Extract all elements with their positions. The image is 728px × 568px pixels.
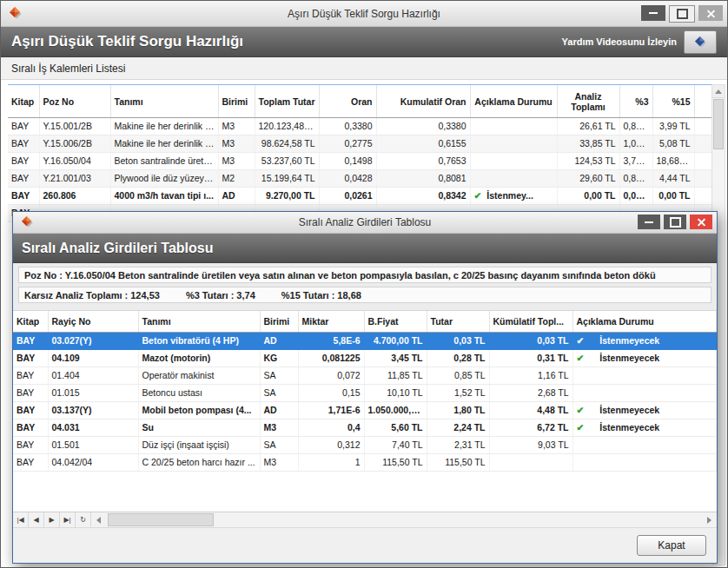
table-row[interactable]: BAY04.109Mazot (motorin)KG0,0812253,45 T… <box>13 350 717 367</box>
nav-next-button[interactable]: ▶ <box>44 512 60 527</box>
dialog-window-controls <box>638 215 712 229</box>
table-row[interactable]: BAYY.15.006/2BMakine ile her derinlik ve… <box>8 135 712 153</box>
help-video-link[interactable]: Yardım Videosunu İzleyin <box>562 36 677 47</box>
table-row[interactable]: BAY04.031SuM30,45,60 TL2,24 TL6,72 TL✔İs… <box>13 419 717 437</box>
cell-aciklama <box>470 118 557 135</box>
cell-bfiyat: 11,85 TL <box>364 367 427 385</box>
nav-refresh-button[interactable]: ↻ <box>76 512 91 527</box>
close-icon <box>697 217 706 227</box>
cell-kumulatif: 0,7653 <box>376 153 470 170</box>
is-kalemleri-table: Kitap Poz No Tanımı Birimi Toplam Tutar … <box>8 85 712 222</box>
col-header-kumulatif-toplam[interactable]: Kümülatif Topl... <box>489 311 572 333</box>
cell-miktar: 1,71E-6 <box>298 402 364 419</box>
section-subtitle-bar: Sıralı İş Kalemleri Listesi <box>1 57 727 80</box>
table-row[interactable]: BAY01.015Betoncu ustasıSA0,1510,10 TL1,5… <box>13 385 717 402</box>
table-row[interactable]: BAY01.404Operatör makinistSA0,07211,85 T… <box>13 367 717 385</box>
cell-tanim: Makine ile her derinlik ve ... <box>110 118 218 135</box>
table-row[interactable]: BAY03.027(Y)Beton vibratörü (4 HP)AD5,8E… <box>13 333 717 350</box>
check-icon: ✔ <box>474 190 482 201</box>
cell-tutar: 2,31 TL <box>427 437 489 454</box>
horizontal-scrollbar-thumb[interactable] <box>108 513 214 526</box>
arrow-left-icon <box>96 517 101 524</box>
col-header-tutar[interactable]: Tutar <box>427 311 489 333</box>
cell-birim: AD <box>260 333 298 350</box>
nav-last-button[interactable]: ▶| <box>60 512 76 527</box>
col-header-miktar[interactable]: Miktar <box>298 311 364 333</box>
cell-kumulatif: 4,48 TL <box>489 402 572 419</box>
cell-p15: 4,44 TL <box>652 170 694 188</box>
table-row[interactable]: BAY03.137(Y)Mobil beton pompası (4...AD1… <box>13 402 717 419</box>
cell-oran: 0,0261 <box>319 188 376 205</box>
table-row[interactable]: BAY01.501Düz işçi (inşaat işçisi)SA0,312… <box>13 437 717 454</box>
cell-kumulatif: 9,03 TL <box>489 437 572 454</box>
col-header-birimi[interactable]: Birimi <box>260 311 298 333</box>
dialog-maximize-button[interactable] <box>664 215 686 229</box>
cell-birim: M3 <box>218 118 255 135</box>
vertical-scrollbar-thumb[interactable] <box>713 99 724 149</box>
col-header-aciklama-durumu[interactable]: Açıklama Durumu <box>572 311 717 333</box>
scroll-left-button[interactable] <box>91 512 106 527</box>
status-text: İstenmeyecek <box>599 422 659 433</box>
cell-bfiyat: 4.700,00 TL <box>364 333 427 350</box>
nav-prior-button[interactable]: ◀ <box>29 512 44 527</box>
minimize-button[interactable] <box>641 5 665 21</box>
cell-birim: M3 <box>260 454 298 472</box>
help-video-button[interactable] <box>684 30 717 54</box>
maximize-button[interactable] <box>669 5 695 23</box>
cell-_filler <box>694 135 712 153</box>
col-header-analiz-toplami[interactable]: Analiz Toplamı <box>557 85 619 118</box>
cell-birim: SA <box>260 367 298 385</box>
table-row[interactable]: BAYY.15.001/2BMakine ile her derinlik ve… <box>8 118 712 135</box>
kapat-button[interactable]: Kapat <box>637 535 706 556</box>
help-area: Yardım Videosunu İzleyin <box>562 30 717 54</box>
col-header-toplam-tutar[interactable]: Toplam Tutar <box>255 85 319 118</box>
cell-analiz: 26,61 TL <box>557 118 619 135</box>
table-row[interactable]: BAYY.16.050/04Beton santralinde üretilen… <box>8 153 712 170</box>
cell-tanim: C 20/25 beton harcı hazır ... <box>138 454 260 472</box>
totals-info-strip: Karsız Analiz Toplamı : 124,53 %3 Tutarı… <box>18 287 711 303</box>
col-header-rayic-no[interactable]: Rayiç No <box>48 311 138 333</box>
cell-aciklama <box>470 153 557 170</box>
dialog-close-button[interactable] <box>690 215 712 229</box>
col-header-kitap[interactable]: Kitap <box>13 311 48 333</box>
scroll-up-button[interactable] <box>712 85 725 98</box>
table-row[interactable]: BAY260.8064000 m3/h tavan tipi ı...AD9.2… <box>8 188 712 205</box>
cell-birim: AD <box>260 402 298 419</box>
cell-bfiyat: 10,10 TL <box>364 385 427 402</box>
navigator-buttons: |◀◀▶▶|↻ <box>13 512 91 527</box>
col-header-oran[interactable]: Oran <box>319 85 376 118</box>
cell-p3: 3,74 TL <box>619 153 652 170</box>
main-table-body: BAYY.15.001/2BMakine ile her derinlik ve… <box>8 118 712 222</box>
cell-analiz: 29,60 TL <box>557 170 619 188</box>
table-row[interactable]: BAY04.042/04C 20/25 beton harcı hazır ..… <box>13 454 717 472</box>
horizontal-scrollbar-track[interactable] <box>106 512 702 527</box>
col-header-tanimi[interactable]: Tanımı <box>138 311 260 333</box>
cell-tutar: 1,52 TL <box>427 385 489 402</box>
col-header-bfiyat[interactable]: B.Fiyat <box>364 311 427 333</box>
cell-birim: SA <box>260 385 298 402</box>
col-header-kumulatif-oran[interactable]: Kumulatif Oran <box>376 85 470 118</box>
dialog-table-header-row: Kitap Rayiç No Tanımı Birimi Miktar B.Fi… <box>13 311 717 333</box>
table-row[interactable]: BAYY.21.001/03Plywood ile düz yüzeyli b.… <box>8 170 712 188</box>
cell-aciklama <box>572 367 717 385</box>
scroll-right-button[interactable] <box>702 512 717 527</box>
analysis-total-text: Karsız Analiz Toplamı : 124,53 <box>24 290 160 301</box>
cell-rayic: 04.031 <box>48 419 138 437</box>
nav-first-button[interactable]: |◀ <box>13 512 29 527</box>
col-header-tanimi[interactable]: Tanımı <box>110 85 218 118</box>
cell-aciklama <box>470 170 557 188</box>
col-header-poz-no[interactable]: Poz No <box>39 85 110 118</box>
check-icon: ✔ <box>577 422 585 433</box>
dialog-minimize-button[interactable] <box>638 215 660 229</box>
dialog-title: Sıralı Analiz Girdileri Tablosu <box>13 212 717 233</box>
cell-poz: Y.15.006/2B <box>39 135 110 153</box>
col-header-kitap[interactable]: Kitap <box>8 85 39 118</box>
col-header-aciklama-durumu[interactable]: Açıklama Durumu <box>470 85 557 118</box>
cell-p15: 3,99 TL <box>652 118 694 135</box>
maximize-icon <box>677 9 688 19</box>
close-button[interactable] <box>698 5 723 21</box>
col-header-yuzde3[interactable]: %3 <box>619 85 652 118</box>
horizontal-scrollbar[interactable] <box>91 512 717 527</box>
col-header-birimi[interactable]: Birimi <box>218 85 255 118</box>
col-header-yuzde15[interactable]: %15 <box>652 85 694 118</box>
